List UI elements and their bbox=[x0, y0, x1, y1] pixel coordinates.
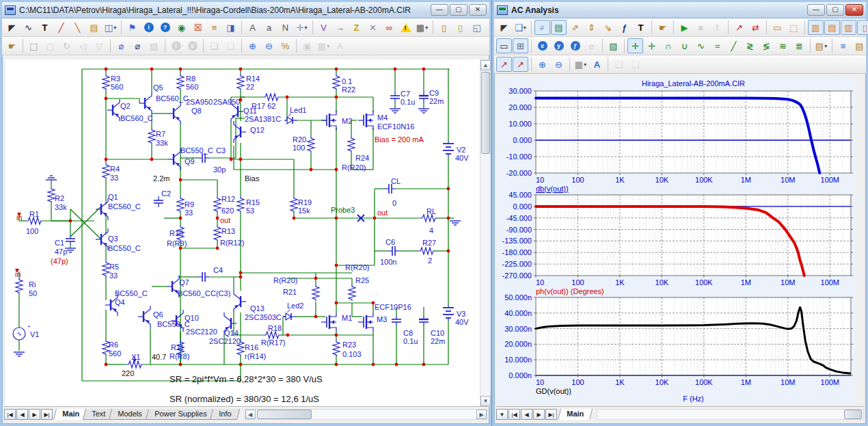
close-button[interactable]: ✕ bbox=[845, 4, 863, 16]
cursor-x-icon[interactable]: x bbox=[534, 38, 550, 53]
next-page-icon[interactable]: ▶ bbox=[29, 409, 40, 420]
hscroll-thumb[interactable] bbox=[844, 410, 862, 419]
wave-slope-icon[interactable]: ╱ bbox=[726, 38, 742, 53]
layer-front-icon[interactable]: ❏ bbox=[611, 57, 627, 72]
node-voltages-icon[interactable]: V bbox=[316, 20, 331, 35]
tile-icon[interactable]: ▦▾ bbox=[573, 57, 588, 72]
last-page-icon[interactable]: ▶| bbox=[41, 409, 53, 420]
show-grid-text-icon[interactable]: a bbox=[261, 20, 277, 35]
wave-peak2-icon[interactable]: ∿ bbox=[693, 38, 709, 53]
stop-icon[interactable]: ■ bbox=[693, 20, 709, 35]
scroll-left-icon[interactable]: ◀ bbox=[245, 410, 256, 419]
zoom-percent-icon[interactable]: % bbox=[277, 38, 293, 53]
wave-family-icon[interactable]: ≣ bbox=[791, 38, 807, 53]
split-window-icon[interactable]: ◱ bbox=[469, 20, 485, 35]
scroll-down-icon[interactable]: ▼ bbox=[480, 396, 491, 406]
wave-global-high-icon[interactable]: ≶ bbox=[759, 38, 774, 53]
schematic-vscrollbar[interactable]: ▲ ▼ bbox=[480, 59, 491, 407]
search-icon[interactable]: ⌀ bbox=[584, 38, 599, 53]
maximize-button[interactable]: ▢ bbox=[826, 4, 844, 16]
flip-x-icon[interactable]: ◁ bbox=[75, 38, 91, 53]
tab-power-supplies[interactable]: Power Supplies bbox=[146, 409, 215, 420]
attribute-list-icon[interactable]: ≡ bbox=[206, 20, 222, 35]
tab-info[interactable]: Info bbox=[210, 409, 240, 420]
properties-icon[interactable]: ☛ bbox=[4, 38, 20, 53]
panel-4-icon[interactable]: ▯ bbox=[857, 20, 868, 35]
cross-hair-icon[interactable]: ✛▾ bbox=[294, 20, 310, 35]
token-frame-icon[interactable]: ⬚ bbox=[786, 20, 802, 35]
send-back-icon[interactable]: ❏ bbox=[223, 38, 239, 53]
show-attribute-text-icon[interactable]: A bbox=[245, 20, 260, 35]
zoom-in-icon[interactable]: ⊕ bbox=[245, 38, 260, 53]
font-icon[interactable]: A bbox=[589, 57, 605, 72]
title-block-icon[interactable]: ▯ bbox=[452, 20, 468, 35]
schematic-titlebar[interactable]: C:\MC11\DATA\Petrov\Hiraga\Hiraga_Latera… bbox=[2, 2, 489, 18]
edit-limits-icon[interactable]: ▧ bbox=[606, 38, 621, 53]
find-component-icon[interactable]: ▤ bbox=[86, 20, 102, 35]
wave-envelope-icon[interactable]: ≋ bbox=[775, 38, 791, 53]
waveform-expression[interactable]: GD(v(out)) bbox=[536, 387, 571, 395]
tab-main[interactable]: Main bbox=[558, 409, 593, 420]
plot-area[interactable]: Hiraga_Lateral-AB-200mA.CIR30.00020.0001… bbox=[498, 77, 856, 404]
select-tool-icon[interactable]: ◤ bbox=[4, 20, 20, 35]
pin-connections-icon[interactable]: ✕ bbox=[365, 20, 381, 35]
wave-inflection-icon[interactable]: ≷ bbox=[742, 38, 758, 53]
rotate-icon[interactable]: ↻ bbox=[59, 38, 74, 53]
wave-valley2-icon[interactable]: ≈ bbox=[709, 38, 725, 53]
ac-titlebar[interactable]: AC Analysis — ▢ ✕ bbox=[494, 2, 866, 18]
vscroll-thumb[interactable] bbox=[481, 72, 490, 154]
powers-icon[interactable]: Z bbox=[349, 20, 364, 35]
schematic-canvas[interactable]: ∿+R3560Q2BC560_CQ5BC560_CR85602SA950Q82S… bbox=[5, 59, 480, 407]
find-repeat-icon[interactable]: ⌀ bbox=[130, 38, 146, 53]
wave-high-icon[interactable]: ∩ bbox=[660, 38, 676, 53]
zoom-window-icon[interactable]: ⌕ bbox=[534, 20, 550, 35]
last-page-icon[interactable]: ▶| bbox=[545, 409, 557, 420]
graphics-mode-icon[interactable]: ╲ bbox=[70, 20, 85, 35]
warning-icon[interactable] bbox=[398, 20, 413, 35]
waveform-expression[interactable]: db(v(out)) bbox=[536, 185, 569, 193]
help-mode-icon[interactable]: ? bbox=[157, 20, 173, 35]
first-page-icon[interactable]: |◀ bbox=[508, 409, 520, 420]
flag-mode-icon[interactable]: ⚑ bbox=[124, 20, 140, 35]
scroll-up-icon[interactable]: ▲ bbox=[480, 60, 491, 70]
shapes-icon[interactable]: ❑▾ bbox=[513, 20, 528, 35]
minimize-button[interactable]: — bbox=[431, 4, 448, 16]
text-mode-icon[interactable]: T bbox=[633, 20, 649, 35]
ac-hscrollbar[interactable] bbox=[597, 409, 864, 420]
graph-select-icon[interactable]: ▤ bbox=[551, 20, 567, 35]
waveform-expression[interactable]: ph(v(out)) (Degrees) bbox=[536, 287, 604, 295]
flip-y-icon[interactable]: ▽ bbox=[92, 38, 107, 53]
numeric-output-icon[interactable]: ▤ bbox=[852, 38, 867, 53]
scale-mode-icon[interactable]: ⇗ bbox=[567, 20, 583, 35]
zoom-out-icon[interactable]: ⊖ bbox=[261, 38, 277, 53]
goto-flag-icon[interactable]: ▨ bbox=[146, 38, 162, 53]
tracker-icon[interactable]: ⊞ bbox=[513, 38, 528, 53]
step-circle-icon[interactable]: ! bbox=[168, 38, 184, 53]
schematic-hscrollbar[interactable]: ◀ ▶ bbox=[245, 409, 487, 420]
cursor-y-icon[interactable]: y bbox=[551, 38, 567, 53]
grid-icon[interactable]: ▦▾ bbox=[414, 20, 430, 35]
output-text-icon[interactable]: ≡ bbox=[835, 38, 851, 53]
find-icon[interactable]: ⌀ bbox=[113, 38, 129, 53]
point-tag-icon[interactable]: ⇘ bbox=[600, 20, 616, 35]
horizontal-axis-icon[interactable]: ▭ bbox=[496, 38, 512, 53]
cursor-toggle-icon[interactable]: ↗ bbox=[513, 57, 528, 72]
bring-front-icon[interactable]: ❏ bbox=[206, 38, 222, 53]
wave-valley-icon[interactable]: ✛ bbox=[644, 38, 660, 53]
zoom-out-icon[interactable]: ⊖ bbox=[551, 57, 567, 72]
sense-lines-icon[interactable]: ∞ bbox=[381, 20, 397, 35]
pause-icon[interactable]: ‖ bbox=[709, 20, 725, 35]
border-icon[interactable]: ▯ bbox=[436, 20, 452, 35]
stop-circle-icon[interactable]: x bbox=[185, 38, 200, 53]
currents-icon[interactable]: → bbox=[332, 20, 348, 35]
next-page-icon[interactable]: ▶ bbox=[533, 409, 545, 420]
select-tool-icon[interactable]: ◤ bbox=[496, 20, 512, 35]
close-button[interactable]: ✕ bbox=[469, 4, 487, 16]
hscroll-thumb[interactable] bbox=[257, 410, 312, 419]
prev-page-icon[interactable]: ◀ bbox=[521, 409, 532, 420]
wave-peak-icon[interactable]: ✛ bbox=[627, 38, 643, 53]
component-shapes-icon[interactable]: ◫▾ bbox=[103, 20, 118, 35]
animate-step-icon[interactable]: ↗ bbox=[731, 20, 747, 35]
data-points-icon[interactable]: ▭ bbox=[770, 20, 785, 35]
link-browser-icon[interactable]: ◉ bbox=[174, 20, 189, 35]
